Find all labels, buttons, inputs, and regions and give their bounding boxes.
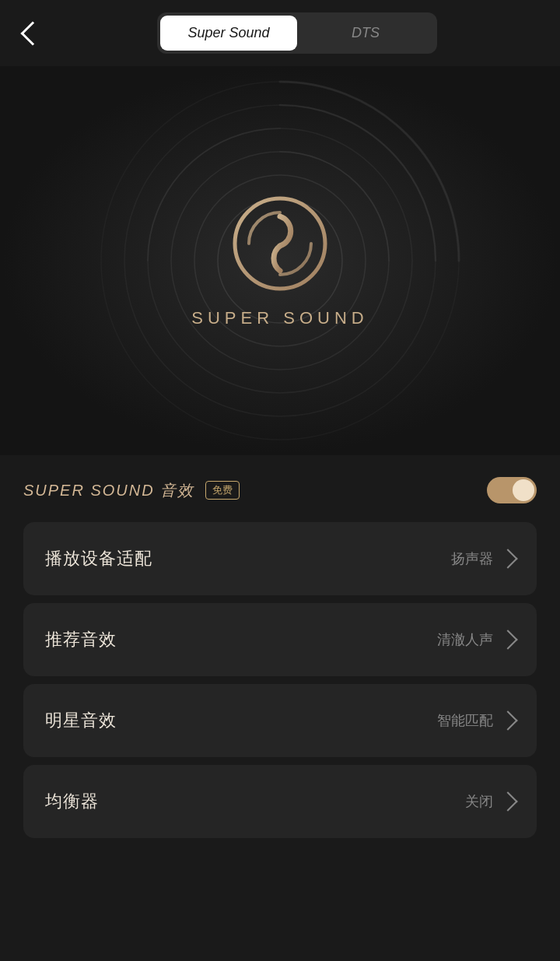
tab-super-sound[interactable]: Super Sound: [160, 16, 297, 51]
back-arrow-icon: [20, 21, 44, 45]
toggle-label: SUPER SOUND 音效 免费: [23, 480, 240, 501]
playback-device-value-group: 扬声器: [451, 549, 515, 568]
menu-list: 播放设备适配 扬声器 推荐音效 清澈人声 明星音效 智能匹配 均衡器 关闭: [23, 522, 537, 861]
tab-bar: Super Sound DTS: [157, 12, 437, 54]
logo-center: SUPER SOUND: [191, 193, 368, 328]
tab-dts[interactable]: DTS: [297, 16, 434, 51]
recommended-effect-item[interactable]: 推荐音效 清澈人声: [23, 603, 537, 676]
star-effect-label: 明星音效: [45, 709, 117, 732]
controls-section: SUPER SOUND 音效 免费 播放设备适配 扬声器 推荐音效 清澈人声 明…: [0, 455, 560, 861]
playback-device-item[interactable]: 播放设备适配 扬声器: [23, 522, 537, 595]
equalizer-value: 关闭: [465, 792, 493, 811]
free-badge: 免费: [205, 481, 240, 500]
star-effect-value-group: 智能匹配: [437, 711, 515, 730]
equalizer-value-group: 关闭: [465, 792, 515, 811]
back-button[interactable]: [16, 16, 50, 51]
playback-device-label: 播放设备适配: [45, 547, 152, 570]
chevron-right-icon: [498, 630, 517, 649]
super-sound-toggle[interactable]: [487, 477, 537, 503]
super-sound-logo-icon: [229, 193, 331, 294]
toggle-row: SUPER SOUND 音效 免费: [23, 455, 537, 522]
toggle-label-text: SUPER SOUND 音效: [23, 480, 194, 501]
chevron-right-icon: [498, 549, 517, 568]
playback-device-value: 扬声器: [451, 549, 493, 568]
recommended-effect-value-group: 清澈人声: [437, 630, 515, 649]
recommended-effect-value: 清澈人声: [437, 630, 493, 649]
star-effect-item[interactable]: 明星音效 智能匹配: [23, 684, 537, 757]
chevron-right-icon: [498, 791, 517, 811]
hero-section: SUPER SOUND: [0, 66, 560, 455]
chevron-right-icon: [498, 710, 517, 730]
equalizer-item[interactable]: 均衡器 关闭: [23, 765, 537, 838]
recommended-effect-label: 推荐音效: [45, 628, 117, 651]
equalizer-label: 均衡器: [45, 790, 99, 813]
toggle-knob: [513, 479, 534, 501]
star-effect-value: 智能匹配: [437, 711, 493, 730]
header: Super Sound DTS: [0, 0, 560, 66]
logo-text: SUPER SOUND: [191, 308, 368, 328]
